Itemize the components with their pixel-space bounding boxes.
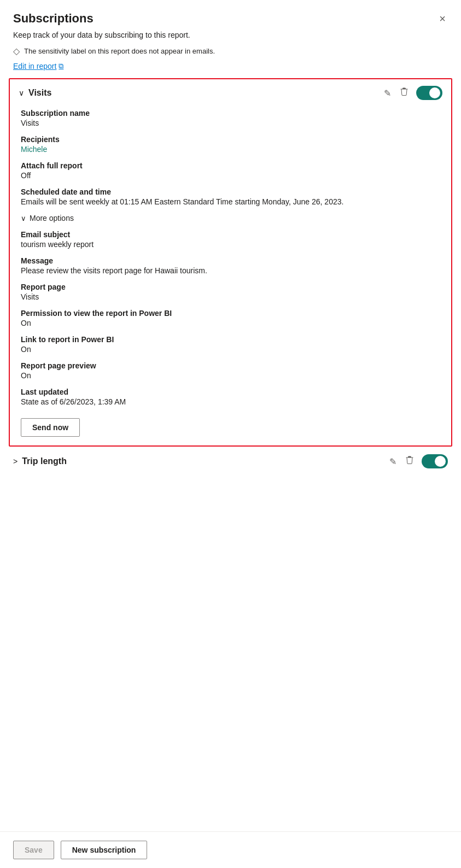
recipients-value[interactable]: Michele xyxy=(21,145,440,154)
save-button: Save xyxy=(13,841,54,859)
visits-chevron-icon[interactable]: ∨ xyxy=(19,89,24,97)
scheduled-value: Emails will be sent weekly at 01:15 AM E… xyxy=(21,197,440,206)
message-label: Message xyxy=(21,256,440,265)
preview-label: Report page preview xyxy=(21,361,440,370)
panel-title: Subscriptions xyxy=(13,11,94,26)
trip-length-delete-button[interactable] xyxy=(404,455,415,468)
trip-length-title: Trip length xyxy=(22,456,67,466)
link-field: Link to report in Power BI On xyxy=(21,335,440,354)
recipients-field: Recipients Michele xyxy=(21,135,440,154)
visits-toggle[interactable] xyxy=(416,86,442,100)
email-subject-field: Email subject tourism weekly report xyxy=(21,230,440,249)
external-link-icon: ⧉ xyxy=(59,62,63,71)
attach-report-field: Attach full report Off xyxy=(21,161,440,180)
report-page-field: Report page Visits xyxy=(21,283,440,301)
message-field: Message Please review the visits report … xyxy=(21,256,440,275)
link-label: Link to report in Power BI xyxy=(21,335,440,344)
permission-field: Permission to view the report in Power B… xyxy=(21,309,440,327)
visits-card-body: Subscription name Visits Recipients Mich… xyxy=(10,107,451,445)
edit-link-label: Edit in report xyxy=(13,62,56,71)
more-options-chevron-icon: ∨ xyxy=(21,214,26,222)
panel-header: Subscriptions × xyxy=(0,0,461,31)
scheduled-label: Scheduled date and time xyxy=(21,187,440,196)
link-value: On xyxy=(21,345,440,354)
email-subject-value: tourism weekly report xyxy=(21,240,440,249)
attach-report-label: Attach full report xyxy=(21,161,440,170)
more-options-row[interactable]: ∨ More options xyxy=(21,214,440,222)
close-button[interactable]: × xyxy=(437,11,448,26)
last-updated-value: State as of 6/26/2023, 1:39 AM xyxy=(21,397,440,406)
visits-edit-button[interactable]: ✎ xyxy=(383,87,392,99)
trip-length-actions: ✎ xyxy=(388,454,448,468)
subscription-name-value: Visits xyxy=(21,119,440,127)
scheduled-field: Scheduled date and time Emails will be s… xyxy=(21,187,440,206)
sensitivity-text: The sensitivity label on this report doe… xyxy=(24,47,215,55)
sensitivity-row: ◇ The sensitivity label on this report d… xyxy=(0,44,461,58)
visits-card-title: Visits xyxy=(28,88,51,98)
trip-length-row-left: > Trip length xyxy=(13,456,384,466)
visits-card-header: ∨ Visits ✎ xyxy=(10,79,451,107)
edit-in-report-link[interactable]: Edit in report ⧉ xyxy=(0,58,461,78)
recipients-label: Recipients xyxy=(21,135,440,144)
visits-card-actions: ✎ xyxy=(383,86,442,100)
visits-subscription-card: ∨ Visits ✎ Subscription name Visits xyxy=(9,78,452,447)
email-subject-label: Email subject xyxy=(21,230,440,239)
send-now-button[interactable]: Send now xyxy=(21,418,80,437)
panel-subtitle: Keep track of your data by subscribing t… xyxy=(0,31,461,44)
new-subscription-button[interactable]: New subscription xyxy=(61,841,148,859)
visits-card-header-left: ∨ Visits xyxy=(19,88,378,98)
last-updated-label: Last updated xyxy=(21,388,440,396)
trip-length-row: > Trip length ✎ xyxy=(0,447,461,476)
permission-value: On xyxy=(21,319,440,327)
report-page-label: Report page xyxy=(21,283,440,291)
trip-length-toggle[interactable] xyxy=(422,454,448,468)
subscription-name-field: Subscription name Visits xyxy=(21,109,440,127)
more-options-label: More options xyxy=(30,214,74,222)
subscriptions-panel: Subscriptions × Keep track of your data … xyxy=(0,0,461,868)
attach-report-value: Off xyxy=(21,171,440,180)
visits-delete-button[interactable] xyxy=(399,86,410,99)
last-updated-field: Last updated State as of 6/26/2023, 1:39… xyxy=(21,388,440,406)
message-value: Please review the visits report page for… xyxy=(21,266,440,275)
permission-label: Permission to view the report in Power B… xyxy=(21,309,440,318)
report-page-value: Visits xyxy=(21,292,440,301)
subscription-name-label: Subscription name xyxy=(21,109,440,118)
trip-length-edit-button[interactable]: ✎ xyxy=(388,455,398,468)
sensitivity-icon: ◇ xyxy=(13,46,20,56)
trip-length-chevron-icon[interactable]: > xyxy=(13,457,17,466)
preview-field: Report page preview On xyxy=(21,361,440,380)
panel-footer: Save New subscription xyxy=(0,831,461,868)
preview-value: On xyxy=(21,371,440,380)
